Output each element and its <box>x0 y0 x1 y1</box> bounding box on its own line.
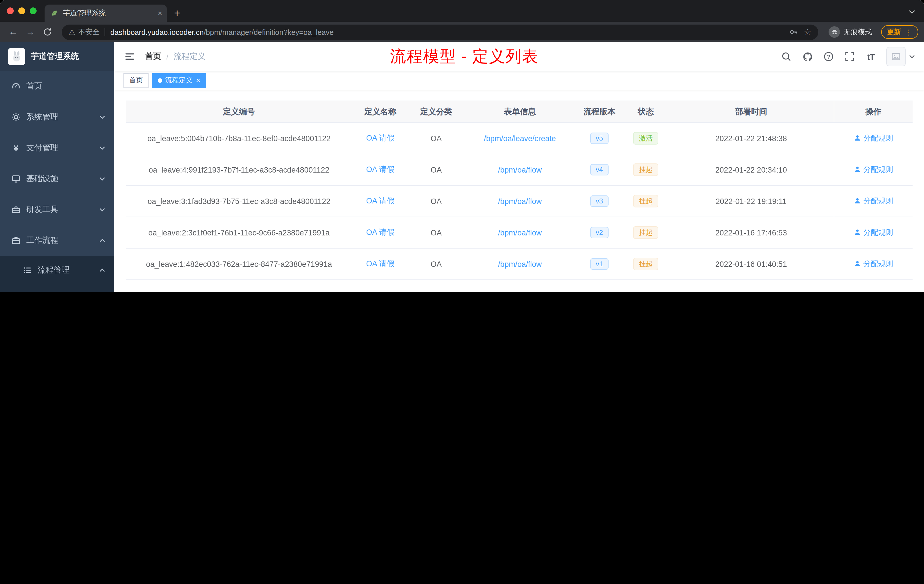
sidebar-item-process-management[interactable]: 流程管理 <box>0 256 114 285</box>
assign-rule-link[interactable]: 分配规则 <box>854 196 893 206</box>
close-window-button[interactable] <box>7 7 14 14</box>
form-link[interactable]: /bpm/oa/flow <box>498 165 542 174</box>
version-badge: v3 <box>590 195 609 207</box>
cell-category: OA <box>408 154 464 185</box>
version-badge: v2 <box>590 227 609 238</box>
assign-rule-link[interactable]: 分配规则 <box>854 165 893 175</box>
omnibox-divider <box>105 28 105 36</box>
page-annotation-title: 流程模型 - 定义列表 <box>390 46 539 68</box>
tag-home[interactable]: 首页 <box>124 73 148 88</box>
browser-menu-dots-icon[interactable]: ⋮ <box>905 28 912 36</box>
search-icon[interactable] <box>780 51 792 62</box>
sidebar: 芋道管理系统 首页 系统管理 ¥ 支付管理 <box>0 42 114 292</box>
sidebar-item-payment[interactable]: ¥ 支付管理 <box>0 133 114 163</box>
bookmark-star-icon[interactable]: ☆ <box>804 27 812 37</box>
form-link[interactable]: /bpm/oa/flow <box>498 197 542 205</box>
col-definition-category: 定义分类 <box>408 101 464 122</box>
tab-search-chevron-icon[interactable] <box>904 5 919 20</box>
font-size-icon[interactable]: tT <box>865 51 876 62</box>
logo-avatar <box>8 48 25 65</box>
github-icon[interactable] <box>802 51 813 62</box>
col-definition-id: 定义编号 <box>126 101 352 122</box>
toolbox-icon <box>12 205 21 214</box>
reload-button[interactable] <box>40 25 55 40</box>
tab-close-icon[interactable]: × <box>158 9 162 17</box>
cell-category: OA <box>408 217 464 248</box>
col-deploy-time: 部署时间 <box>668 101 834 122</box>
incognito-label: 无痕模式 <box>843 27 872 37</box>
security-label[interactable]: 不安全 <box>78 27 99 37</box>
hamburger-icon[interactable] <box>124 50 136 63</box>
definition-name-link[interactable]: OA 请假 <box>366 134 394 142</box>
workflow-submenu: 流程管理 流程表单 用户分组 <box>0 256 114 292</box>
chevron-down-icon <box>99 115 105 119</box>
form-link[interactable]: /bpm/oa/flow <box>498 228 542 237</box>
back-button[interactable]: ← <box>6 25 21 40</box>
sidebar-logo[interactable]: 芋道管理系统 <box>0 42 114 71</box>
assign-rule-link[interactable]: 分配规则 <box>854 228 893 238</box>
url-path: /bpm/manager/definition?key=oa_leave <box>204 28 334 36</box>
zoom-window-button[interactable] <box>30 7 36 14</box>
definition-name-link[interactable]: OA 请假 <box>366 259 394 268</box>
sidebar-item-system[interactable]: 系统管理 <box>0 102 114 133</box>
chevron-down-icon <box>99 146 105 150</box>
definition-name-link[interactable]: OA 请假 <box>366 196 394 205</box>
assign-rule-link[interactable]: 分配规则 <box>854 259 893 269</box>
incognito-indicator: 无痕模式 <box>828 26 872 38</box>
tag-close-icon[interactable]: × <box>196 77 200 84</box>
update-label: 更新 <box>887 27 901 37</box>
sidebar-item-infrastructure[interactable]: 基础设施 <box>0 163 114 194</box>
cell-definition-id: oa_leave:2:3c1f0ef1-76b1-11ec-9c66-a2380… <box>126 217 352 248</box>
not-secure-warning-icon: ⚠ <box>69 28 75 36</box>
form-link[interactable]: /bpm/oa/leave/create <box>484 134 556 143</box>
cell-definition-id: oa_leave:1:482ec033-762a-11ec-8477-a2380… <box>126 248 352 280</box>
browser-update-button[interactable]: 更新 ⋮ <box>881 25 918 39</box>
url-text[interactable]: dashboard.yudao.iocoder.cn/bpm/manager/d… <box>110 28 783 36</box>
fullscreen-icon[interactable] <box>844 51 855 62</box>
version-badge: v1 <box>590 258 609 270</box>
tab-title: 芋道管理系统 <box>63 8 153 18</box>
version-badge: v4 <box>590 164 609 175</box>
sidebar-item-home[interactable]: 首页 <box>0 71 114 102</box>
address-bar[interactable]: ⚠ 不安全 dashboard.yudao.iocoder.cn/bpm/man… <box>62 24 818 40</box>
new-tab-button[interactable]: + <box>169 5 185 21</box>
password-key-icon[interactable] <box>789 27 798 36</box>
definition-name-link[interactable]: OA 请假 <box>366 165 394 174</box>
list-icon <box>23 266 32 275</box>
breadcrumb-home-link[interactable]: 首页 <box>145 51 161 62</box>
cell-deploy-time: 2022-01-16 17:46:53 <box>668 217 834 248</box>
form-link[interactable]: /bpm/oa/flow <box>498 260 542 268</box>
chevron-down-icon <box>99 208 105 211</box>
active-tag-dot <box>158 78 162 82</box>
help-question-icon[interactable]: ? <box>823 51 834 62</box>
assign-rule-link[interactable]: 分配规则 <box>854 133 893 144</box>
sidebar-item-dev-tools[interactable]: 研发工具 <box>0 194 114 225</box>
dashboard-icon <box>12 82 21 91</box>
cell-definition-id: oa_leave:5:004b710b-7b8a-11ec-8ef0-acde4… <box>126 122 352 154</box>
breadcrumb: 首页 / 流程定义 <box>145 51 206 62</box>
sidebar-item-workflow[interactable]: 工作流程 <box>0 225 114 256</box>
tags-view-bar: 首页 流程定义 × <box>114 71 924 90</box>
forward-button[interactable]: → <box>23 25 38 40</box>
table-header-row: 定义编号 定义名称 定义分类 表单信息 流程版本 状态 部署时间 操作 <box>126 101 912 122</box>
table-row: oa_leave:1:482ec033-762a-11ec-8477-a2380… <box>126 248 912 280</box>
status-badge: 挂起 <box>633 226 658 239</box>
user-avatar-menu[interactable] <box>886 47 915 66</box>
col-form-info: 表单信息 <box>464 101 576 122</box>
gear-icon <box>12 112 21 122</box>
tab-strip: 芋道管理系统 × + <box>0 0 924 22</box>
status-badge: 挂起 <box>633 195 658 208</box>
browser-tab[interactable]: 芋道管理系统 × <box>45 5 167 22</box>
person-icon <box>854 166 861 173</box>
col-process-version: 流程版本 <box>576 101 623 122</box>
person-icon <box>854 260 861 268</box>
tag-process-definition[interactable]: 流程定义 × <box>152 73 206 88</box>
tab-favicon-leaf-icon <box>50 9 58 17</box>
sidebar-item-process-form[interactable]: 流程表单 <box>0 285 114 292</box>
definition-name-link[interactable]: OA 请假 <box>366 228 394 237</box>
app-root: 芋道管理系统 首页 系统管理 ¥ 支付管理 <box>0 42 924 292</box>
chevron-up-icon <box>99 239 105 242</box>
minimize-window-button[interactable] <box>18 7 25 14</box>
avatar <box>886 47 906 66</box>
version-badge: v5 <box>590 133 609 144</box>
